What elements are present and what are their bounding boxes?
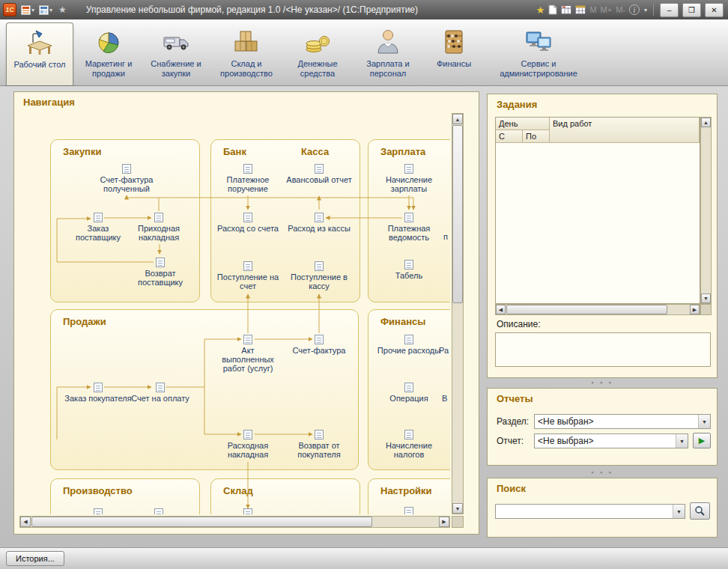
scroll-right-button[interactable]: ▶ <box>439 517 449 527</box>
truck-icon <box>161 25 191 59</box>
nav-vertical-scrollbar[interactable]: ▲ ▼ <box>452 113 464 514</box>
nav-item-label: Табель <box>375 271 443 280</box>
main-menu-icon <box>21 5 31 15</box>
tasks-table-body[interactable] <box>496 143 700 303</box>
tab-snabzhenie[interactable]: Снабжение и закупки <box>144 22 208 85</box>
scrollbar-thumb[interactable] <box>506 305 667 314</box>
nav-item[interactable] <box>214 508 282 514</box>
nav-item[interactable]: Счет-фактура полученный <box>93 164 160 193</box>
document-icon <box>243 164 252 174</box>
nav-item[interactable]: Табель <box>375 260 443 280</box>
run-report-button[interactable]: ▶ <box>693 433 711 448</box>
scroll-down-button[interactable]: ▼ <box>452 503 463 514</box>
panel-splitter[interactable]: ▪ ▪ ▪ <box>487 469 718 475</box>
nav-item-label: Авансовый отчет <box>285 175 353 184</box>
scrollbar-thumb[interactable] <box>452 125 463 303</box>
nav-item[interactable]: Поступление в кассу <box>285 261 353 290</box>
nav-item[interactable]: Прочие расходы <box>375 335 443 355</box>
minimize-button[interactable]: – <box>660 3 679 17</box>
tab-dengi[interactable]: Денежные средства <box>285 22 351 85</box>
chevron-down-icon[interactable]: ▼ <box>698 415 710 428</box>
main-menu-button[interactable]: ▾ <box>21 5 34 15</box>
chevron-down-icon[interactable]: ▼ <box>673 505 685 518</box>
nav-item[interactable]: Операция <box>375 383 443 403</box>
nav-horizontal-scrollbar[interactable]: ◀ ▶ <box>19 516 450 528</box>
tab-marketing[interactable]: Маркетинг и продажи <box>76 22 141 85</box>
scroll-left-button[interactable]: ◀ <box>20 517 31 527</box>
document-icon <box>315 213 324 222</box>
nav-item[interactable]: Платежная ведомость <box>375 213 443 242</box>
pie-chart-icon <box>94 25 124 59</box>
document-icon <box>315 430 324 439</box>
nav-item[interactable]: Авансовый отчет <box>285 164 353 184</box>
report-select[interactable]: <Не выбран> ▼ <box>534 433 688 448</box>
nav-item[interactable]: Начисление налогов <box>375 430 443 459</box>
nav-item[interactable]: Расходная накладная <box>214 430 282 459</box>
calendar-icon[interactable] <box>575 5 586 14</box>
nav-item[interactable]: Приходная накладная <box>125 213 192 242</box>
nav-item[interactable]: Заказ поставщику <box>64 213 132 242</box>
tasks-table[interactable]: День Вид работ С По <box>495 117 700 304</box>
scroll-left-button[interactable]: ◀ <box>496 305 506 314</box>
nav-item[interactable]: Возврат от покупателя <box>285 430 353 459</box>
maximize-button[interactable]: ❒ <box>682 3 701 17</box>
nav-group-title: Касса <box>301 146 329 157</box>
column-header-worktype[interactable]: Вид работ <box>550 118 700 143</box>
nav-item-partial[interactable]: В <box>442 394 447 403</box>
chevron-down-icon[interactable]: ▼ <box>676 434 688 448</box>
tasks-panel: Задания День Вид работ С По ▲ ▼ ◀ ▶ Опис… <box>487 94 718 378</box>
nav-item[interactable] <box>375 507 443 514</box>
scrollbar-thumb[interactable] <box>31 517 372 527</box>
tasks-horizontal-scrollbar[interactable]: ◀ ▶ <box>495 304 700 315</box>
column-header-from[interactable]: С <box>496 130 523 143</box>
close-button[interactable]: ✕ <box>705 3 724 17</box>
document-icon <box>154 508 163 514</box>
tab-label: Сервис и администрирование <box>485 59 592 79</box>
memory-mplus-label: М+ <box>601 5 613 14</box>
chevron-down-icon: ▾ <box>644 7 647 13</box>
nav-item[interactable] <box>125 508 192 514</box>
info-icon[interactable]: i <box>629 4 640 15</box>
description-box[interactable] <box>495 332 711 367</box>
nav-item[interactable]: Расход со счета <box>214 213 282 233</box>
nav-item[interactable]: Счет-фактура <box>285 335 353 355</box>
nav-item[interactable]: Возврат поставщику <box>127 258 194 287</box>
calculator-icon[interactable] <box>561 5 571 14</box>
scroll-up-button[interactable]: ▲ <box>452 114 463 124</box>
page-icon[interactable] <box>548 4 557 15</box>
nav-item-label: Возврат поставщику <box>127 269 194 287</box>
panel-splitter[interactable]: ▪ ▪ ▪ <box>487 380 718 386</box>
nav-item[interactable] <box>64 508 132 514</box>
star-icon[interactable]: ★ <box>58 4 67 15</box>
nav-item[interactable]: Заказ покупателя <box>64 383 132 403</box>
nav-item[interactable]: Расход из кассы <box>285 213 353 233</box>
search-button[interactable] <box>690 502 710 520</box>
scroll-up-button[interactable]: ▲ <box>701 118 711 127</box>
tasks-vertical-scrollbar[interactable]: ▲ ▼ <box>700 117 712 304</box>
column-header-day[interactable]: День <box>496 118 550 130</box>
tab-rabochiy-stol[interactable]: Рабочий стол <box>6 22 73 85</box>
search-input[interactable]: ▼ <box>495 504 685 519</box>
document-icon <box>94 508 103 514</box>
nav-item[interactable]: Поступление на счет <box>214 261 282 290</box>
history-button[interactable]: История... <box>6 551 64 566</box>
tab-finansy[interactable]: Финансы <box>425 22 482 85</box>
scroll-right-button[interactable]: ▶ <box>690 305 700 314</box>
nav-item[interactable]: Акт выполненных работ (услуг) <box>214 335 282 373</box>
nav-item[interactable]: Начисление зарплаты <box>375 164 443 193</box>
nav-item-partial[interactable]: п <box>443 232 448 241</box>
tab-sklad[interactable]: Склад и производство <box>211 22 282 85</box>
tab-zarplata[interactable]: Зарплата и персонал <box>354 22 422 85</box>
nav-item[interactable]: Платежное поручение <box>214 164 282 193</box>
nav-item-label: Акт выполненных работ (услуг) <box>214 346 282 373</box>
column-header-to[interactable]: По <box>523 130 550 143</box>
scroll-down-button[interactable]: ▼ <box>701 293 711 303</box>
toolbar-customize-button[interactable]: ▾ <box>39 5 52 15</box>
nav-group-title: Производство <box>63 485 133 496</box>
tab-servis[interactable]: Сервис и администрирование <box>485 22 592 85</box>
nav-item[interactable]: Счет на оплату <box>127 383 194 403</box>
favorites-star-icon[interactable]: ★ <box>536 4 545 16</box>
nav-item-partial[interactable]: Ра <box>439 346 449 355</box>
report-section-select[interactable]: <Не выбран> ▼ <box>534 414 711 429</box>
reports-title: Отчеты <box>497 393 533 404</box>
